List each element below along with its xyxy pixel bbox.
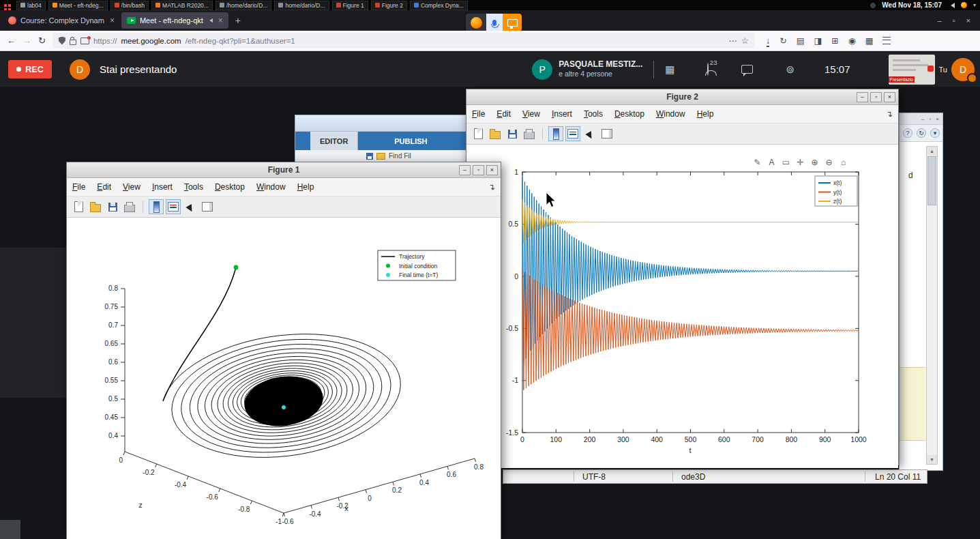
menu-desktop[interactable]: Desktop <box>614 109 644 119</box>
open-file-button[interactable] <box>488 126 503 141</box>
close-button[interactable]: × <box>936 116 939 122</box>
scrollbar-thumb[interactable] <box>927 156 936 205</box>
browser-maximize-button[interactable]: ▫ <box>953 16 955 25</box>
apps-grid-icon[interactable]: ▦ <box>865 35 874 46</box>
taskbar-window-button[interactable]: lab04 <box>16 1 46 10</box>
pan-icon[interactable]: ✛ <box>794 156 807 168</box>
lock-icon[interactable] <box>70 40 76 45</box>
collapse-icon[interactable]: ▾ <box>930 128 940 138</box>
browser-minimize-button[interactable]: – <box>938 16 942 25</box>
tab-close-icon[interactable]: × <box>108 16 115 25</box>
new-figure-button[interactable] <box>471 126 486 141</box>
browser-close-button[interactable]: × <box>966 16 970 25</box>
dock-figure-icon[interactable]: ↴ <box>488 182 495 192</box>
menu-window[interactable]: Window <box>256 182 286 192</box>
network-status-icon[interactable] <box>961 2 967 8</box>
taskbar-window-button[interactable]: Meet - eft-ndeg... <box>48 1 108 10</box>
figure2-titlebar[interactable]: Figure 2 – ▫ × <box>466 89 898 105</box>
refresh-icon[interactable]: ↻ <box>917 128 926 138</box>
menu-file[interactable]: File <box>472 109 485 119</box>
close-button[interactable]: × <box>884 92 895 102</box>
menu-edit[interactable]: Edit <box>496 109 511 119</box>
figure1-titlebar[interactable]: Figure 1 – ▫ × <box>67 162 501 178</box>
applications-menu-icon[interactable] <box>4 4 7 7</box>
tab-audio-icon[interactable] <box>207 18 213 23</box>
minimize-button[interactable]: – <box>921 116 924 122</box>
volume-icon[interactable] <box>948 3 955 8</box>
menu-help[interactable]: Help <box>697 109 714 119</box>
sidebar-icon[interactable]: ◨ <box>814 35 822 46</box>
menu-desktop[interactable]: Desktop <box>215 182 245 192</box>
menu-edit[interactable]: Edit <box>97 182 111 192</box>
new-figure-button[interactable] <box>71 199 86 214</box>
menu-tools[interactable]: Tools <box>184 182 203 192</box>
screenshare-permission-icon[interactable] <box>80 38 89 44</box>
tab-editor[interactable]: EDITOR <box>310 132 358 150</box>
extensions-icon[interactable]: ⊞ <box>831 35 838 46</box>
layout-grid-icon[interactable]: ▦ <box>665 63 674 76</box>
zoom-out-icon[interactable]: ⊖ <box>822 156 835 168</box>
print-button[interactable] <box>122 199 137 214</box>
tracking-shield-icon[interactable] <box>59 37 65 45</box>
menu-view[interactable]: View <box>123 182 140 192</box>
taskbar-window-button[interactable]: Complex Dyna... <box>410 1 468 10</box>
menu-window[interactable]: Window <box>656 109 685 119</box>
downloads-icon[interactable]: ↓ <box>766 36 770 46</box>
address-bar[interactable]: https://meet.google.com/eft-ndeg-qkt?pli… <box>53 33 755 48</box>
legend-toggle-button[interactable] <box>565 126 580 141</box>
find-files-icon[interactable] <box>376 153 385 160</box>
taskbar-window-button[interactable]: Figure 2 <box>371 1 407 10</box>
menu-insert[interactable]: Insert <box>552 109 572 119</box>
new-tab-button[interactable]: + <box>230 12 246 29</box>
menu-view[interactable]: View <box>522 109 540 119</box>
inspector-button[interactable] <box>599 126 614 141</box>
editor-scrollbar[interactable]: ▲ ▼ <box>926 146 938 465</box>
activities-icon[interactable]: ⊚ <box>786 63 795 76</box>
maximize-button[interactable]: ▫ <box>473 165 484 175</box>
taskbar-window-button[interactable]: MATLAB R2020... <box>151 1 213 10</box>
taskbar-window-button[interactable]: /home/dario/D... <box>216 1 271 10</box>
editor-titlebar[interactable] <box>295 115 466 132</box>
profile-icon[interactable]: ◉ <box>848 35 856 46</box>
participants-icon[interactable]: 23 <box>707 63 709 76</box>
inspector-button[interactable] <box>200 199 215 214</box>
maximize-button[interactable]: ▫ <box>870 92 882 102</box>
menu-file[interactable]: File <box>72 182 85 192</box>
save-button[interactable] <box>505 126 520 141</box>
taskbar-window-button[interactable]: /bin/bash <box>110 1 149 10</box>
forward-button[interactable]: → <box>23 35 31 46</box>
find-files-label[interactable]: Find Fil <box>389 152 411 160</box>
screen-sharing-indicator[interactable] <box>466 14 522 31</box>
notification-icon[interactable] <box>870 3 876 8</box>
page-actions-icon[interactable]: ⋯ <box>728 35 737 46</box>
minimize-button[interactable]: – <box>459 165 471 175</box>
save-icon[interactable] <box>366 153 373 160</box>
presentation-thumbnail[interactable]: Presentazio <box>889 55 935 85</box>
bookmark-star-icon[interactable]: ☆ <box>741 35 749 46</box>
open-file-button[interactable] <box>88 199 103 214</box>
text-icon[interactable]: A <box>765 156 778 168</box>
taskbar-window-button[interactable]: Figure 1 <box>332 1 368 10</box>
tab-publish[interactable]: PUBLISH <box>373 132 448 150</box>
history-icon[interactable]: ↻ <box>779 35 786 46</box>
datatip-icon[interactable]: ▭ <box>779 156 792 168</box>
tab-course[interactable]: Course: Complex Dynam × <box>3 12 120 29</box>
scroll-down-icon[interactable]: ▼ <box>927 455 937 464</box>
save-button[interactable] <box>105 199 120 214</box>
tab-close-icon[interactable]: × <box>217 16 223 25</box>
library-icon[interactable]: ▤ <box>797 35 805 46</box>
close-button[interactable]: × <box>486 165 498 175</box>
scroll-up-icon[interactable]: ▲ <box>927 147 937 156</box>
dock-figure-icon[interactable]: ↴ <box>886 109 893 119</box>
menu-help[interactable]: Help <box>297 182 314 192</box>
print-button[interactable] <box>522 126 537 141</box>
zoom-in-icon[interactable]: ⊕ <box>808 156 821 168</box>
menu-icon[interactable] <box>882 37 891 44</box>
system-clock[interactable]: Wed Nov 18, 15:07 <box>882 1 942 9</box>
brush-icon[interactable]: ✎ <box>751 156 764 168</box>
pointer-tool-button[interactable] <box>582 126 597 141</box>
chat-icon[interactable] <box>741 65 753 74</box>
colorbar-toggle-button[interactable] <box>149 199 164 214</box>
session-menu-icon[interactable]: ▾ <box>973 2 976 8</box>
menu-insert[interactable]: Insert <box>152 182 173 192</box>
